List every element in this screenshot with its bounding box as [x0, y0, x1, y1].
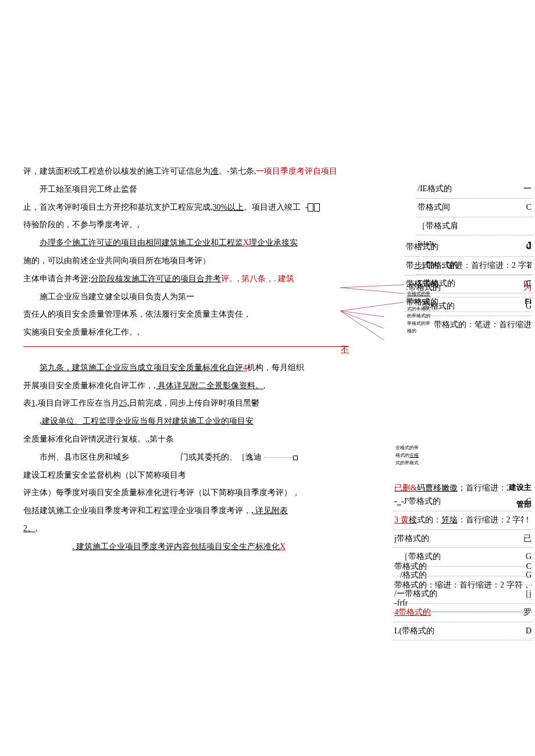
- paragraph: . 建筑施工企业项目季度考评内容包括项目安全生产标准化X: [23, 538, 361, 556]
- fraction-markers: -: [305, 202, 321, 213]
- paragraph: 开工始至项目完工终止监督: [23, 181, 361, 199]
- anno-label: L(带格式的: [394, 622, 434, 640]
- text: 评主体）每季度对项目安全质量标准化进行考评（以下简称项目季度考评），: [23, 488, 300, 497]
- paragraph: 开展项目安全质量标准化自评工作，, 具体详见附二全景影像资料。,: [23, 377, 361, 395]
- paragraph: 办理多个施工许可证的项目由相同建筑施工企业和工程监X理企业承接实: [23, 234, 361, 252]
- underlined-red-text: X: [280, 542, 286, 551]
- text: 日前完成，同步上传自评时项目黑鬱: [129, 399, 259, 407]
- anno-code: C: [526, 238, 532, 256]
- anno-label: 带格式的：笔进：首行缩进：2 字符，行距：单京［: [434, 316, 532, 334]
- underlined-text: 第九条，建筑施工企业应当成立项目安全质量标准化自评: [40, 363, 243, 372]
- paragraph: 主体申请合并考评;分阶段核发施工许可证的项目合并考评。, 第八条，. 建筑: [23, 270, 361, 288]
- underlined-text: 理企业承接实: [249, 238, 298, 247]
- paragraph: 施的，可以由前述企业共同向项目所在地项目考评）: [23, 252, 361, 270]
- margin-marker: 不: [23, 341, 349, 359]
- text: 表: [23, 399, 31, 407]
- underlined-text: ,建设单位、工程监理企业应当每月对建筑施工企业的项目安: [40, 417, 254, 425]
- underlined-red-text: ,: [137, 328, 140, 336]
- paragraph: 全质量标准化自评情况进行复核。,,第十条: [23, 431, 361, 449]
- text: 责任人的项目安全质量管理体系，依法履行安全质量主体责任，: [23, 310, 251, 318]
- paragraph: 第九条，建筑施工企业应当成立项目安全质量标准化自评4机构，每月组织: [23, 359, 361, 377]
- paragraph: 2。,: [23, 520, 361, 538]
- underlined-text: ,30%以上: [211, 203, 244, 212]
- paragraph: 责任人的项目安全质量管理体系，依法履行安全质量主体责任，: [23, 306, 361, 324]
- text: 止，首次考评时项目土方开挖和基坑支护工程应完成: [23, 203, 211, 212]
- anno-code: C: [526, 199, 532, 217]
- anno-label: /IE格式的: [418, 180, 452, 198]
- anno-label: 格的: [407, 328, 442, 335]
- underlined-red-text: ,: [263, 381, 266, 390]
- anno-label: 壹格式的带: [407, 291, 442, 298]
- text: 实施项目安全质量标准化工作。: [23, 328, 137, 336]
- anno-code: D: [526, 622, 532, 640]
- anno-label: 式的帝格式: [407, 306, 442, 313]
- anno-label: -‗-J'带格式的: [394, 493, 441, 511]
- underlined-text: 准: [211, 167, 219, 175]
- text: 全质量标准化自评情况进行复核。: [23, 435, 145, 443]
- red-text: 评。, 第八条，. 建筑: [221, 274, 294, 283]
- format-annotation-block: 带格式的C 带格式的：缩进：首行缩进：2 字符，行距：笄& -frfr: [393, 558, 533, 612]
- underlined-text: 25,: [119, 399, 130, 407]
- anno-label: j带格式的: [394, 530, 429, 548]
- text: 施的，可以由前述企业共同向项目所在地项目考评: [23, 256, 202, 265]
- anno-code: 已: [523, 530, 532, 548]
- underlined-text: . 建筑施工企业项目季度考评内容包括项目安全生产标准化: [72, 542, 280, 551]
- paragraph: 表1,项目自评工作应在当月25,日前完成，同步上传自评时项目黑鬱: [23, 395, 361, 413]
- text: 待验阶段的，不参与季度考评。,: [23, 220, 140, 229]
- red-text: 一项目季度考评自项目: [256, 167, 337, 175]
- anno-label: ［带格式肩: [418, 217, 458, 235]
- text: 。-第七条,: [219, 167, 256, 175]
- text: 建设工程质量安全监督机构（以下简称项目考: [23, 471, 186, 479]
- underlined-text: 2。: [23, 524, 35, 533]
- anno-label: 3 黄椟式的：笄垴：首行缩进：2 字符，行距：单倍: [394, 511, 523, 529]
- anno-label: 带格式的: [406, 238, 438, 256]
- underlined-red-text: 4: [243, 363, 247, 372]
- text: 门或其委托的、［逸迪: [164, 449, 298, 467]
- anno-label: 格式的和格: [407, 298, 442, 306]
- underlined-text: , 具体详见附二全景影像资料。: [154, 381, 263, 390]
- text: 。项目进入竣工: [244, 203, 301, 212]
- anno-label: 的带格式的: [407, 313, 442, 320]
- text: 包括建筑施工企业项目季度考评和工程监理企业项目季度考评，: [23, 506, 251, 515]
- anno-label: 带格式间: [418, 199, 450, 217]
- anno-label: 壹格式的带: [395, 445, 448, 452]
- text: 机构，每月组织: [247, 363, 304, 372]
- underlined-text: 评;分阶段核发施工许可证的项目合并考: [80, 274, 221, 283]
- text: 市州、县市区住房和城乡: [23, 449, 129, 467]
- paragraph: 包括建筑施工企业项目季度考评和工程监理企业项目季度考评，, 详见附表: [23, 502, 361, 520]
- underlined-red-text: ,: [35, 524, 38, 533]
- anno-code: C: [526, 493, 532, 511]
- underlined-text: , 详见附表: [251, 506, 288, 515]
- connector-arrows: [337, 282, 407, 352]
- paragraph: 评，建筑面积或工程造价以核发的施工许可证信息为准。-第七条,一项目季度考评自项目: [23, 163, 361, 181]
- text: 开展项目安全质量标准化自评工作，: [23, 381, 154, 390]
- anno-code: 为: [523, 279, 532, 297]
- red-text: ）: [202, 256, 211, 265]
- anno-code: 一: [523, 180, 532, 198]
- anno-label: 格式的壹格: [395, 452, 448, 460]
- paragraph: 待验阶段的，不参与季度考评。,: [23, 216, 361, 234]
- anno-code: ！: [523, 511, 532, 529]
- anno-label: 带格式的: [394, 558, 427, 576]
- paragraph: 评主体）每季度对项目安全质量标准化进行考评（以下简称项目季度考评），: [23, 484, 361, 502]
- format-annotation-vertical: 壹格式的带 格式的壹格 式的带格式: [395, 445, 448, 467]
- format-annotation-vertical: 壹格式的带 格式的和格 式的帝格式 的带格式的 带格式的带 格的: [407, 291, 442, 335]
- text: 项目自评工作应在当月: [38, 399, 119, 407]
- anno-label: -frfr: [394, 594, 408, 612]
- underlined-text: 办理多个施工许可证的项目由相同建筑施工企业和工程监: [40, 238, 243, 247]
- text: 评，建筑面积或工程造价以核发的施工许可证信息为: [23, 167, 211, 175]
- paragraph: 施工企业应当建立健全以项目负责人为第一: [23, 288, 361, 306]
- anno-label: 式的带格式: [395, 460, 448, 467]
- anno-label: 带格式的带: [407, 320, 442, 328]
- anno-code: G: [526, 298, 532, 316]
- svg-line-2: [340, 302, 404, 311]
- anno-code: C: [526, 558, 532, 576]
- paragraph: 市州、县市区住房和城乡 门或其委托的、［逸迪: [23, 449, 361, 467]
- anno-label: 带格式的：缩进：首行缩进：2 字符，行距：笄&: [394, 576, 532, 594]
- text: 开工始至项目完工终止监督: [40, 185, 137, 194]
- text: 施工企业应当建立健全以项目负责人为第一: [40, 292, 194, 301]
- svg-line-1: [340, 288, 404, 293]
- svg-line-0: [340, 285, 404, 288]
- underlined-text: 1,: [31, 399, 38, 407]
- anno-label: 带步式的：缩进：首行缩进：2 字符，行距：单京 1: [406, 257, 532, 275]
